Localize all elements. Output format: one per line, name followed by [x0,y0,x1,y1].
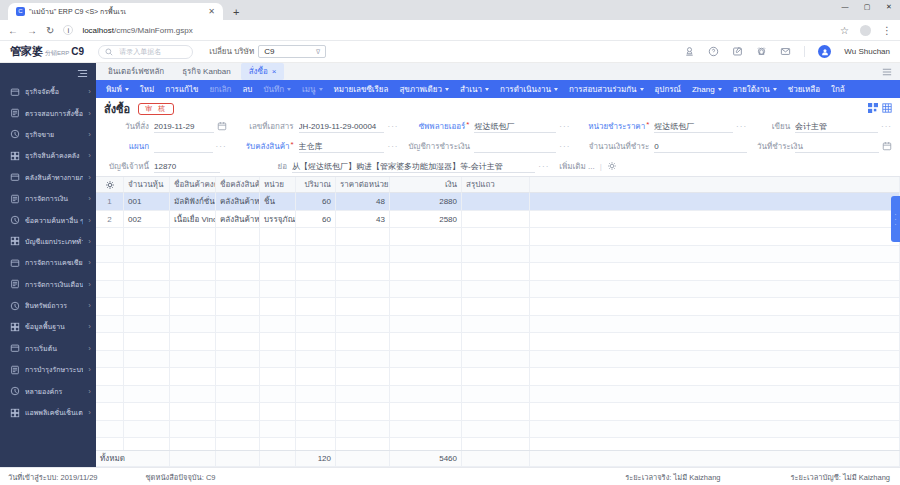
sidebar-item-15[interactable]: หลายองค์กร› [0,380,96,401]
qr-code-icon[interactable] [868,103,878,115]
close-icon[interactable]: × [272,67,277,76]
field-value[interactable]: 煋达纸包厂 [474,120,556,133]
user-name[interactable]: Wu Shuchan [844,47,890,56]
table-empty-row[interactable] [96,246,900,264]
toolbar-item-12[interactable]: การสอบสวนร่วมกัน [569,83,644,96]
table-empty-row[interactable] [96,298,900,316]
toolbar-item-14[interactable]: Zhang [692,85,722,94]
document-search-box[interactable] [98,45,193,59]
sidebar-item-4[interactable]: ธุรกิจสินค้าคงคลัง› [0,145,96,166]
refresh-icon[interactable]: ↻ [46,25,54,36]
table-empty-row[interactable] [96,386,900,404]
grid-settings-gear-icon[interactable] [96,177,124,193]
field-value[interactable]: 主仓库 [299,140,385,153]
url-text[interactable]: localhost/cmc9/MainForm.gspx [82,26,192,35]
ellipsis-lookup-button[interactable]: ··· [384,142,398,151]
sidebar-item-12[interactable]: ข้อมูลพื้นฐาน› [0,316,96,337]
browser-menu-dots-icon[interactable]: ⋮ [882,25,892,36]
ellipsis-lookup-button[interactable]: ··· [384,122,398,131]
table-empty-row[interactable] [96,333,900,351]
sidebar-item-9[interactable]: การจัดการแคชเชียร์› [0,252,96,273]
tab-3[interactable]: สั่งซื้อ× [241,63,285,80]
feedback-note-icon[interactable] [732,46,743,57]
table-empty-row[interactable] [96,421,900,439]
back-icon[interactable]: ← [8,25,18,36]
sidebar-item-14[interactable]: การบำรุงรักษาระบบ› [0,359,96,380]
tab-2[interactable]: ธุรกิจ Kanban [174,63,239,80]
toolbar-item-16[interactable]: ช่วยเหลือ [788,83,820,96]
ellipsis-lookup-button[interactable]: ··· [733,122,747,131]
sidebar-item-5[interactable]: คลังสินค้าทางกายภาพ› [0,167,96,188]
tab-close-icon[interactable]: ✕ [208,7,215,16]
tab-1[interactable]: อินเตอร์เฟซหลัก [100,63,172,80]
site-info-icon[interactable]: i [63,25,73,35]
field-value[interactable]: 会计主管 [795,120,878,133]
field-value[interactable]: 12870 [154,160,220,173]
window-close-button[interactable]: ✕ [878,0,900,14]
field-value[interactable] [154,140,213,153]
bookmark-star-icon[interactable]: ☆ [840,25,849,36]
field-value[interactable]: 2019-11-29 [154,120,214,133]
window-maximize-button[interactable]: ▢ [856,0,878,14]
more-fields-control[interactable]: เพิ่มเติม ...| [559,160,712,173]
toolbar-item-5[interactable]: ลบ [242,83,252,96]
sidebar-item-3[interactable]: ธุรกิจขาย› [0,124,96,145]
company-select[interactable]: C9 ᐁ [258,45,326,58]
mail-icon[interactable] [780,46,791,57]
toolbar-item-8[interactable]: หมายเลขซีเรียล [334,83,389,96]
search-input[interactable] [117,47,187,56]
sidebar-item-2[interactable]: ตรวจสอบการสั่งซื้อ› [0,102,96,123]
notification-bell-icon[interactable] [756,46,767,57]
field-value[interactable]: 煋达纸包厂 [654,120,733,133]
field-value[interactable] [474,140,556,153]
table-empty-row[interactable] [96,263,900,281]
sidebar-item-13[interactable]: การเริ่มต้น› [0,338,96,359]
table-row[interactable]: 2002เนื้อเยื่อ Vindaคลังสินค้าหลักบรรจุภ… [96,211,900,229]
calendar-icon[interactable] [214,121,227,131]
field-value[interactable] [795,140,879,153]
forward-icon[interactable]: → [27,25,37,36]
sidebar-item-1[interactable]: ธุรกิจจัดซื้อ› [0,81,96,102]
toolbar-item-10[interactable]: สำเนา [460,83,489,96]
toolbar-item-17[interactable]: ใกล้ [831,83,845,96]
toolbar-item-11[interactable]: การดำเนินงาน [500,83,558,96]
table-empty-row[interactable] [96,228,900,246]
sidebar-item-16[interactable]: แอพพลิเคชั่นเซ็นเตอร์› [0,402,96,423]
table-empty-row[interactable] [96,351,900,369]
table-empty-row[interactable] [96,403,900,421]
tab-list-menu-icon[interactable] [882,68,896,76]
toolbar-item-13[interactable]: อุปกรณ์ [655,83,681,96]
toolbar-item-3[interactable]: การแก้ไข [165,83,198,96]
new-tab-button[interactable]: + [233,6,239,18]
toolbar-item-9[interactable]: สุขภาพเดียว [399,83,449,96]
field-value[interactable]: JH-2019-11-29-00004 [299,120,385,133]
sidebar-item-10[interactable]: การจัดการเงินเดือน› [0,274,96,295]
table-row[interactable]: 1001มัลติฟังก์ชั่นแ..คลังสินค้าหลักชิ้น6… [96,193,900,211]
sidebar-item-11[interactable]: สินทรัพย์ถาวร› [0,295,96,316]
gear-icon[interactable] [607,161,617,171]
help-icon[interactable] [708,46,719,57]
sidebar-item-6[interactable]: การจัดการเงิน› [0,188,96,209]
side-drawer-handle[interactable]: ··· [891,196,900,242]
toolbar-item-15[interactable]: ลายใต้งาน [733,83,777,96]
field-value[interactable]: 0 [654,140,747,153]
ellipsis-lookup-button[interactable]: ··· [535,162,549,171]
calendar-icon[interactable] [879,141,892,151]
sidebar-item-7[interactable]: ข้อความค้นหาอื่น ๆ› [0,209,96,230]
window-minimize-button[interactable]: — [834,0,856,14]
ellipsis-lookup-button[interactable]: ··· [878,122,892,131]
toolbar-item-2[interactable]: ใหม่ [140,83,154,96]
ellipsis-lookup-button[interactable]: ··· [213,142,227,151]
sidebar-item-8[interactable]: บัญชีแยกประเภททั่วไป› [0,231,96,252]
table-empty-row[interactable] [96,368,900,386]
sidebar-collapse-icon[interactable] [0,63,96,81]
seal-stamp-icon[interactable] [684,46,695,57]
table-empty-row[interactable] [96,281,900,299]
field-value[interactable]: 从【煋达纸包厂】购进【管家婆多功能加湿器】等-会计主管 [292,160,535,173]
user-avatar[interactable] [818,45,831,58]
table-empty-row[interactable] [96,438,900,450]
ellipsis-lookup-button[interactable]: ··· [556,122,570,131]
ellipsis-lookup-button[interactable]: ··· [556,142,570,151]
toolbar-item-1[interactable]: พิมพ์ [106,83,129,96]
browser-profile-icon[interactable] [860,25,871,36]
